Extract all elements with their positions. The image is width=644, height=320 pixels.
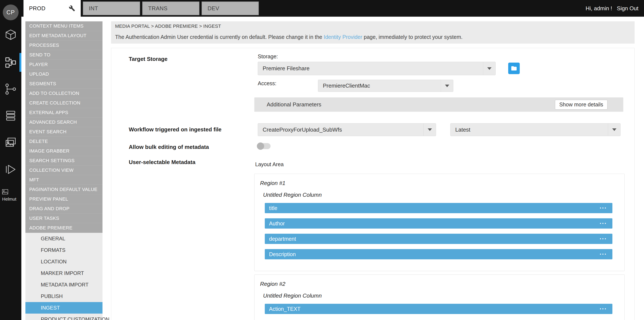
metadata-field-chip[interactable]: department... <box>265 234 612 244</box>
workflow-version-dropdown-value: Latest <box>455 126 470 133</box>
sidebar-item-drag-and-drop[interactable]: DRAG AND DROP <box>26 204 102 214</box>
sidebar-subitem-metadata-import[interactable]: METADATA IMPORT <box>26 279 102 290</box>
rail-item-cube[interactable] <box>0 25 21 45</box>
caret-triangle <box>612 128 616 131</box>
browse-folder-button[interactable] <box>508 63 520 74</box>
region-box: Region #1Untitled Region Columntitle...A… <box>254 174 624 271</box>
user-area: Hi, admin ! Sign Out <box>586 0 644 17</box>
sidebar-item-processes[interactable]: PROCESSES <box>26 41 102 50</box>
storage-dropdown-caret-icon <box>483 62 496 75</box>
field-options-icon[interactable]: ... <box>600 251 607 253</box>
avatar[interactable]: CP <box>3 5 18 20</box>
field-chip-label: Author <box>269 220 285 227</box>
identity-provider-link[interactable]: Identity Provider <box>324 34 362 40</box>
access-label: Access: <box>258 81 276 86</box>
region-column-title: Untitled Region Column <box>263 192 612 198</box>
sidebar-item-collection-view[interactable]: COLLECTION VIEW <box>26 166 102 175</box>
icon-rail: CP <box>0 0 21 320</box>
storage-dropdown[interactable]: Premiere Fileshare <box>258 62 496 75</box>
rail-item-workflow[interactable] <box>0 52 21 73</box>
metadata-field-chip[interactable]: title... <box>265 203 612 213</box>
sidebar-item-adobe-premiere[interactable]: ADOBE PREMIERE <box>26 223 102 233</box>
sidebar-item-mft[interactable]: MFT <box>26 175 102 185</box>
breadcrumb: MEDIA PORTAL > ADOBE PREMIERE > INGEST <box>115 24 634 29</box>
additional-parameters-bar: Additional Parameters Show more details <box>254 97 623 112</box>
sidebar-item-preview-panel[interactable]: PREVIEW PANEL <box>26 194 102 204</box>
topbar: PRODINTTRANSDEV Hi, admin ! Sign Out <box>0 0 644 17</box>
sidebar-item-advanced-search[interactable]: ADVANCED SEARCH <box>26 118 102 127</box>
show-more-details-button[interactable]: Show more details <box>555 100 608 110</box>
metadata-field-chip[interactable]: Author... <box>265 218 612 229</box>
sidebar-item-segments[interactable]: SEGMENTS <box>26 79 102 89</box>
sidebar-item-player[interactable]: PLAYER <box>26 60 102 69</box>
region-title: Region #2 <box>260 281 612 287</box>
tab-label: TRANS <box>148 5 168 12</box>
sidebar-item-search-settings[interactable]: SEARCH SETTINGS <box>26 156 102 166</box>
sidebar-item-create-collection[interactable]: CREATE COLLECTION <box>26 98 102 108</box>
access-dropdown[interactable]: PremiereClientMac <box>318 80 453 92</box>
sidebar-subitem-location[interactable]: LOCATION <box>26 256 102 267</box>
sidebar-subitem-publish[interactable]: PUBLISH <box>26 290 102 302</box>
sidebar-subitem-product-customization[interactable]: PRODUCT CUSTOMIZATION <box>26 313 102 320</box>
field-chip-label: department <box>269 236 296 242</box>
tab-label: DEV <box>208 5 219 12</box>
warning-message: The Authentication Admin User credential… <box>115 34 634 40</box>
sidebar-item-delete[interactable]: DELETE <box>26 137 102 146</box>
regions-container: Region #1Untitled Region Columntitle...A… <box>254 174 624 320</box>
wrench-icon <box>69 5 75 12</box>
sidebar-item-send-to[interactable]: SEND TO <box>26 50 102 60</box>
region-column-title: Untitled Region Column <box>263 292 612 299</box>
warning-text-post: page, immediately to protect your system… <box>362 34 463 40</box>
caret-triangle <box>428 128 432 131</box>
rail-item-play[interactable] <box>0 159 21 180</box>
access-dropdown-value: PremiereClientMac <box>323 83 370 89</box>
sidebar-item-image-grabber[interactable]: IMAGE GRABBER <box>26 146 102 156</box>
rail-item-branch[interactable] <box>0 79 21 99</box>
sidebar-subitem-general[interactable]: GENERAL <box>26 233 102 244</box>
metadata-field-chip[interactable]: Action_TEXT... <box>265 304 612 314</box>
field-options-icon[interactable]: ... <box>600 221 607 223</box>
field-options-icon[interactable]: ... <box>600 205 607 207</box>
workflow-version-dropdown-caret-icon <box>608 123 620 136</box>
broken-image-icon <box>2 189 8 195</box>
tab-prod[interactable]: PROD <box>24 0 81 17</box>
sidebar-subitem-marker-import[interactable]: MARKER IMPORT <box>26 267 102 279</box>
sidebar-item-event-search[interactable]: EVENT SEARCH <box>26 127 102 137</box>
metadata-field-chip[interactable]: Description... <box>265 249 612 259</box>
workflow-version-dropdown[interactable]: Latest <box>450 123 620 136</box>
bulk-editing-label: Allow bulk editing of metadata <box>129 144 209 150</box>
workflow-label: Workflow triggered on ingested file <box>129 127 222 132</box>
workflow-dropdown[interactable]: CreateProxyForUpload_SubWfs <box>258 123 436 136</box>
sign-out-link[interactable]: Sign Out <box>617 5 638 12</box>
folder-icon <box>511 65 517 72</box>
sidebar-subitem-formats[interactable]: FORMATS <box>26 244 102 256</box>
tab-int[interactable]: INT <box>83 2 140 15</box>
field-options-icon[interactable]: ... <box>600 236 607 238</box>
sidebar-item-context-menu-items[interactable]: CONTEXT MENU ITEMS <box>26 21 102 31</box>
stack-icon <box>4 109 17 122</box>
play-icon <box>4 163 17 176</box>
sidebar-subitem-ingest[interactable]: INGEST <box>26 302 102 313</box>
tab-trans[interactable]: TRANS <box>142 2 200 15</box>
sidebar-item-pagination-default-value[interactable]: PAGINATION DEFAULT VALUE <box>26 185 102 194</box>
tab-label: PROD <box>29 5 46 12</box>
additional-parameters-label: Additional Parameters <box>267 101 321 108</box>
sidebar-item-external-apps[interactable]: EXTERNAL APPS <box>26 108 102 118</box>
tab-dev[interactable]: DEV <box>202 2 259 15</box>
sidebar-item-upload[interactable]: UPLOAD <box>26 69 102 79</box>
region-box: Region #2Untitled Region ColumnAction_TE… <box>254 274 624 320</box>
rail-item-media[interactable] <box>0 132 21 153</box>
field-options-icon[interactable]: ... <box>600 306 607 308</box>
branch-icon <box>4 83 17 95</box>
tab-label: INT <box>89 5 98 12</box>
layout-area-label: Layout Area <box>255 161 284 167</box>
sidebar-item-user-tasks[interactable]: USER TASKS <box>26 214 102 223</box>
sidebar-item-add-to-collection[interactable]: ADD TO COLLECTION <box>26 89 102 98</box>
rail-item-stack[interactable] <box>0 105 21 126</box>
storage-label: Storage: <box>258 54 278 59</box>
region-title: Region #1 <box>260 180 612 186</box>
bulk-editing-toggle[interactable] <box>257 142 270 150</box>
ingest-settings-panel: Target Storage Storage: Premiere Filesha… <box>111 48 634 320</box>
workflow-dropdown-value: CreateProxyForUpload_SubWfs <box>263 126 342 133</box>
sidebar-item-edit-metadata-layout[interactable]: EDIT METADATA LAYOUT <box>26 31 102 41</box>
